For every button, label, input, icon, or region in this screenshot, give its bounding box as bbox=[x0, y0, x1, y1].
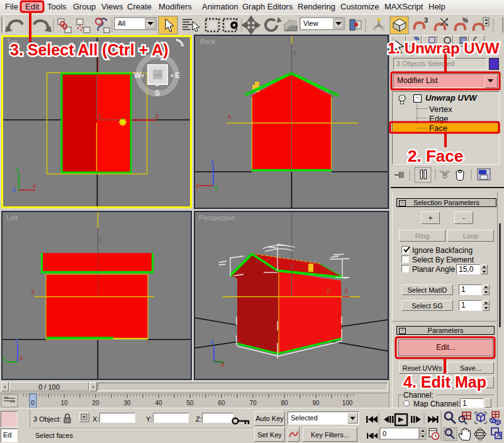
svg-text:S: S bbox=[155, 89, 160, 98]
svg-text:y: y bbox=[2, 354, 5, 361]
svg-text:80: 80 bbox=[281, 400, 288, 407]
svg-text:z: z bbox=[211, 158, 214, 165]
svg-text:y: y bbox=[31, 288, 35, 294]
svg-text:10: 10 bbox=[60, 400, 68, 407]
svg-text:60: 60 bbox=[218, 400, 225, 407]
svg-text:E: E bbox=[175, 71, 180, 80]
svg-text:70: 70 bbox=[249, 400, 257, 407]
svg-text:0: 0 bbox=[383, 430, 386, 437]
svg-text:View: View bbox=[303, 20, 318, 27]
svg-text:x: x bbox=[221, 361, 225, 368]
svg-text:y: y bbox=[327, 287, 330, 294]
svg-text:?: ? bbox=[400, 96, 403, 101]
svg-text:Back: Back bbox=[200, 38, 216, 45]
svg-text:x: x bbox=[228, 113, 231, 120]
svg-text:z: z bbox=[211, 339, 214, 345]
svg-text:%: % bbox=[462, 17, 468, 24]
svg-text:x: x bbox=[20, 354, 23, 361]
svg-text:40: 40 bbox=[155, 400, 162, 407]
svg-text:z: z bbox=[293, 50, 296, 56]
svg-text:100: 100 bbox=[342, 400, 353, 407]
svg-text:0: 0 bbox=[31, 400, 35, 407]
svg-text:z: z bbox=[13, 186, 16, 193]
svg-text:90: 90 bbox=[312, 400, 320, 407]
svg-text:All: All bbox=[118, 20, 125, 27]
svg-text:3: 3 bbox=[424, 16, 428, 24]
svg-text:y: y bbox=[215, 184, 218, 191]
svg-text:x: x bbox=[155, 113, 159, 120]
svg-text:TOP: TOP bbox=[154, 74, 161, 77]
svg-text:z: z bbox=[98, 113, 101, 120]
svg-text:z: z bbox=[99, 236, 103, 242]
svg-text:x: x bbox=[33, 182, 36, 189]
svg-text:x: x bbox=[345, 287, 348, 294]
svg-text:Top: Top bbox=[6, 38, 18, 45]
svg-text:x: x bbox=[196, 182, 199, 189]
svg-text:50: 50 bbox=[186, 400, 194, 407]
svg-text:Left: Left bbox=[6, 214, 18, 222]
svg-text:20: 20 bbox=[92, 400, 99, 407]
svg-text:Perspective: Perspective bbox=[199, 214, 235, 222]
svg-text:y: y bbox=[16, 165, 19, 172]
svg-text:z: z bbox=[15, 337, 18, 344]
svg-text:30: 30 bbox=[123, 400, 131, 407]
svg-text:W: W bbox=[134, 71, 142, 80]
